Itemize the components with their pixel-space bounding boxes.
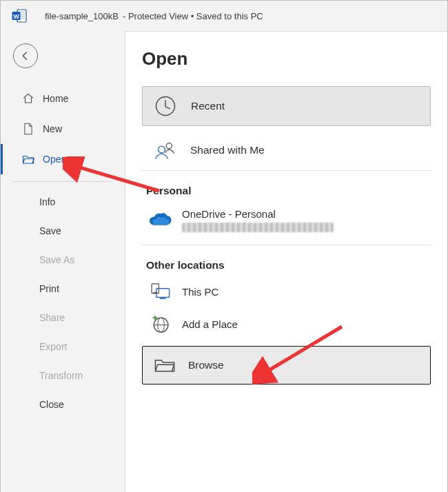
word-app-icon: W [10,7,28,25]
section-personal: Personal [146,179,431,197]
label: Save As [39,254,74,265]
thispc-icon [146,281,174,302]
label: Export [39,341,67,352]
clock-icon [150,90,181,122]
page-title: Open [142,48,431,70]
sidebar-sub-close[interactable]: Close [1,390,125,419]
sidebar-sub-save[interactable]: Save [1,216,125,245]
label: Print [39,283,59,294]
titlebar-status: - Protected View • Saved to this PC [123,11,263,21]
location-recent[interactable]: Recent [142,86,431,126]
divider [142,245,431,245]
location-label: Shared with Me [190,144,265,156]
location-label: Recent [191,100,225,112]
open-panel: Open Recent Shared with Me [125,31,447,492]
onedrive-label: OneDrive - Personal [182,208,334,220]
section-other: Other locations [146,254,431,271]
sidebar-sub-share: Share [1,303,125,332]
sidebar-item-home[interactable]: Home [1,83,125,114]
location-browse[interactable]: Browse [142,346,431,385]
sidebar-divider [13,181,112,182]
back-button[interactable] [13,43,38,68]
location-onedrive[interactable]: OneDrive - Personal [142,201,431,239]
location-label: Add a Place [182,318,238,330]
onedrive-icon [146,212,174,229]
label: Info [39,196,55,207]
label: Share [39,312,65,323]
location-shared[interactable]: Shared with Me [142,130,431,170]
location-addplace[interactable]: Add a Place [142,307,431,340]
sidebar-item-label: Home [43,93,68,104]
titlebar-filename: file-sample_100kB [45,11,119,21]
sidebar-sub-print[interactable]: Print [1,274,125,303]
svg-rect-11 [160,298,166,299]
svg-text:W: W [13,13,19,20]
folder-icon [150,350,180,380]
onedrive-account-redacted [182,223,334,232]
label: Close [39,399,64,410]
location-label: This PC [182,286,218,298]
label: Save [39,225,61,236]
sidebar-sub-export: Export [1,332,125,361]
svg-rect-13 [154,292,157,293]
label: Transform [39,370,83,381]
sidebar-sub-saveas: Save As [1,245,125,274]
svg-point-8 [159,146,165,153]
location-thispc[interactable]: This PC [142,276,431,307]
svg-point-9 [166,143,172,149]
divider [142,170,431,171]
backstage-sidebar: Home New Open Info Save Save As Print Sh… [1,31,125,492]
titlebar: W file-sample_100kB - Protected View • S… [1,1,447,31]
folder-open-icon [22,154,34,165]
sidebar-sub-info[interactable]: Info [1,187,125,216]
sidebar-item-open[interactable]: Open [1,144,125,174]
sidebar-item-new[interactable]: New [1,114,125,144]
sidebar-item-label: Open [43,154,66,165]
location-label: Browse [188,359,224,371]
sidebar-sub-transform: Transform [1,361,125,390]
sidebar-item-label: New [43,123,62,134]
home-icon [22,92,34,105]
new-doc-icon [22,123,34,135]
add-place-icon [146,313,174,335]
people-icon [149,134,181,166]
